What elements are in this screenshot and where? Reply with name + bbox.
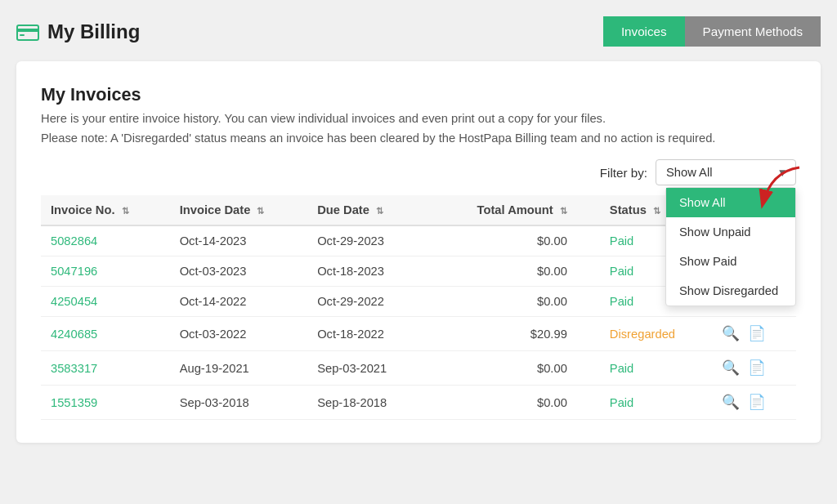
page-title: My Billing <box>47 20 140 43</box>
status-badge: Paid <box>610 362 633 375</box>
cell-invoice-no: 5082864 <box>41 225 170 256</box>
filter-dropdown-menu: Show All Show Unpaid Show Paid Show Disr… <box>665 187 796 306</box>
cell-invoice-no: 4240685 <box>41 317 170 351</box>
tab-invoices[interactable]: Invoices <box>603 16 685 47</box>
col-total-amount: Total Amount ⇅ <box>425 195 600 225</box>
col-invoice-no: Invoice No. ⇅ <box>41 195 170 225</box>
filter-option-show-unpaid[interactable]: Show Unpaid <box>666 217 795 247</box>
cell-invoice-no: 1551359 <box>41 386 170 420</box>
table-row: 4240685 Oct-03-2022 Oct-18-2022 $20.99 D… <box>41 317 796 351</box>
status-badge: Paid <box>610 234 633 248</box>
cell-invoice-no: 3583317 <box>41 351 170 386</box>
card-description: Here is your entire invoice history. You… <box>41 112 796 125</box>
cell-invoice-date: Oct-14-2023 <box>170 225 307 256</box>
sort-icon-status[interactable]: ⇅ <box>653 206 660 216</box>
cell-total-amount: $0.00 <box>425 386 600 420</box>
filter-option-show-paid[interactable]: Show Paid <box>666 247 795 276</box>
cell-invoice-date: Sep-03-2018 <box>170 386 307 420</box>
svg-rect-0 <box>17 25 38 40</box>
cell-due-date: Sep-18-2018 <box>307 386 425 420</box>
pdf-icon[interactable]: 📄 <box>748 325 766 342</box>
cell-due-date: Oct-29-2023 <box>307 225 425 256</box>
sort-icon-due-date[interactable]: ⇅ <box>376 206 383 216</box>
search-icon[interactable]: 🔍 <box>722 325 740 342</box>
invoice-link[interactable]: 3583317 <box>51 362 97 375</box>
page-header: My Billing Invoices Payment Methods <box>16 16 821 47</box>
status-badge: Paid <box>610 265 633 278</box>
search-icon[interactable]: 🔍 <box>722 394 740 411</box>
cell-total-amount: $0.00 <box>425 256 600 287</box>
cell-due-date: Oct-18-2023 <box>307 256 425 287</box>
svg-rect-2 <box>20 34 25 36</box>
cell-total-amount: $0.00 <box>425 287 600 317</box>
cell-invoice-date: Oct-14-2022 <box>170 287 307 317</box>
card-note: Please note: A 'Disregarded' status mean… <box>41 132 796 145</box>
invoices-card: My Invoices Here is your entire invoice … <box>16 61 821 443</box>
svg-rect-1 <box>17 29 38 32</box>
status-badge: Disregarded <box>610 328 675 341</box>
invoice-link[interactable]: 1551359 <box>51 396 97 409</box>
cell-due-date: Oct-18-2022 <box>307 317 425 351</box>
invoice-link[interactable]: 4240685 <box>51 328 97 341</box>
card-title: My Invoices <box>41 84 796 105</box>
sort-icon-invoice-no[interactable]: ⇅ <box>122 206 129 216</box>
cell-actions: 🔍 📄 <box>712 317 796 351</box>
filter-select-wrapper: Show All Show Unpaid Show Paid Show Disr… <box>656 159 796 185</box>
status-badge: Paid <box>610 295 633 308</box>
tab-bar: Invoices Payment Methods <box>603 16 821 47</box>
cell-invoice-no: 4250454 <box>41 287 170 317</box>
filter-label: Filter by: <box>600 166 647 180</box>
cell-due-date: Sep-03-2021 <box>307 351 425 386</box>
cell-total-amount: $20.99 <box>425 317 600 351</box>
col-invoice-date: Invoice Date ⇅ <box>170 195 307 225</box>
cell-invoice-date: Aug-19-2021 <box>170 351 307 386</box>
col-due-date: Due Date ⇅ <box>307 195 425 225</box>
cell-status: Disregarded <box>600 317 712 351</box>
cell-invoice-no: 5047196 <box>41 256 170 287</box>
cell-total-amount: $0.00 <box>425 351 600 386</box>
pdf-icon[interactable]: 📄 <box>748 394 766 411</box>
filter-option-show-disregarded[interactable]: Show Disregarded <box>666 276 795 306</box>
cell-status: Paid <box>600 351 712 386</box>
invoice-link[interactable]: 4250454 <box>51 295 97 308</box>
table-row: 3583317 Aug-19-2021 Sep-03-2021 $0.00 Pa… <box>41 351 796 386</box>
tab-payment-methods[interactable]: Payment Methods <box>685 16 821 47</box>
cell-total-amount: $0.00 <box>425 225 600 256</box>
invoice-link[interactable]: 5082864 <box>51 234 97 248</box>
cell-actions: 🔍 📄 <box>712 351 796 386</box>
sort-icon-total-amount[interactable]: ⇅ <box>560 206 567 216</box>
cell-invoice-date: Oct-03-2023 <box>170 256 307 287</box>
invoice-link[interactable]: 5047196 <box>51 265 97 278</box>
filter-row: Filter by: Show All Show Unpaid Show Pai… <box>41 159 796 185</box>
pdf-icon[interactable]: 📄 <box>748 359 766 377</box>
page-title-area: My Billing <box>16 20 140 43</box>
billing-icon <box>16 23 39 41</box>
cell-actions: 🔍 📄 <box>712 386 796 420</box>
search-icon[interactable]: 🔍 <box>722 359 740 377</box>
cell-due-date: Oct-29-2022 <box>307 287 425 317</box>
status-badge: Paid <box>610 396 633 409</box>
cell-status: Paid <box>600 386 712 420</box>
sort-icon-invoice-date[interactable]: ⇅ <box>257 206 264 216</box>
filter-option-show-all[interactable]: Show All <box>666 188 795 217</box>
filter-select[interactable]: Show All Show Unpaid Show Paid Show Disr… <box>656 159 796 185</box>
table-row: 1551359 Sep-03-2018 Sep-18-2018 $0.00 Pa… <box>41 386 796 420</box>
cell-invoice-date: Oct-03-2022 <box>170 317 307 351</box>
